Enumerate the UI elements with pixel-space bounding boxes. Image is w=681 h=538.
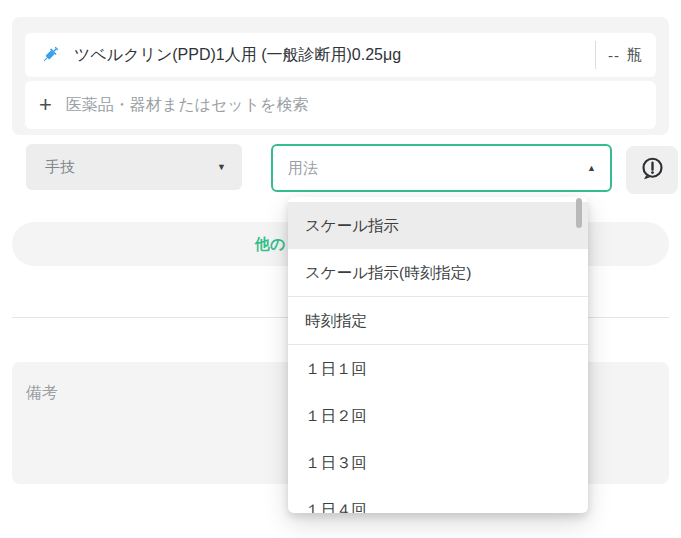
feedback-button[interactable] <box>626 146 678 194</box>
quantity-unit: 瓶 <box>627 46 642 65</box>
syringe-icon <box>39 44 61 66</box>
usage-dropdown-menu: スケール指示 スケール指示(時刻指定) 時刻指定 １日１回 １日２回 １日３回 … <box>288 197 588 513</box>
medicine-name: ツベルクリン(PPD)1人用 (一般診断用)0.25μg <box>74 45 587 66</box>
usage-option-four-times-daily[interactable]: １日４回 <box>288 486 588 513</box>
chevron-down-icon: ▼ <box>217 162 226 172</box>
usage-combobox[interactable]: 用法 ▲ <box>271 144 612 192</box>
item-search-placeholder: 医薬品・器材またはセットを検索 <box>66 95 309 116</box>
medicine-row[interactable]: ツベルクリン(PPD)1人用 (一般診断用)0.25μg -- 瓶 <box>25 33 656 77</box>
order-editor-panel: ツベルクリン(PPD)1人用 (一般診断用)0.25μg -- 瓶 + 医薬品・… <box>0 0 681 538</box>
usage-option-scale-instruction[interactable]: スケール指示 <box>288 202 588 249</box>
technique-select-value: 手技 <box>45 158 217 177</box>
technique-select[interactable]: 手技 ▼ <box>26 144 242 190</box>
speech-bubble-exclamation-icon <box>639 155 666 186</box>
menu-scrollbar[interactable] <box>576 198 582 228</box>
quantity-value[interactable]: -- <box>608 47 620 64</box>
usage-option-time-specified[interactable]: 時刻指定 <box>288 297 588 344</box>
usage-option-once-daily[interactable]: １日１回 <box>288 345 588 392</box>
chevron-up-icon: ▲ <box>587 163 596 173</box>
plus-icon: + <box>39 94 52 116</box>
remarks-placeholder: 備考 <box>26 384 58 401</box>
quantity-divider <box>595 41 596 69</box>
usage-placeholder: 用法 <box>288 159 587 178</box>
usage-option-three-times-daily[interactable]: １日３回 <box>288 439 588 486</box>
usage-option-scale-instruction-timed[interactable]: スケール指示(時刻指定) <box>288 249 588 296</box>
medicine-card: ツベルクリン(PPD)1人用 (一般診断用)0.25μg -- 瓶 + 医薬品・… <box>12 17 669 135</box>
usage-option-twice-daily[interactable]: １日２回 <box>288 392 588 439</box>
item-search-field[interactable]: + 医薬品・器材またはセットを検索 <box>25 81 656 129</box>
show-other-usages-label: 他の <box>255 222 285 266</box>
